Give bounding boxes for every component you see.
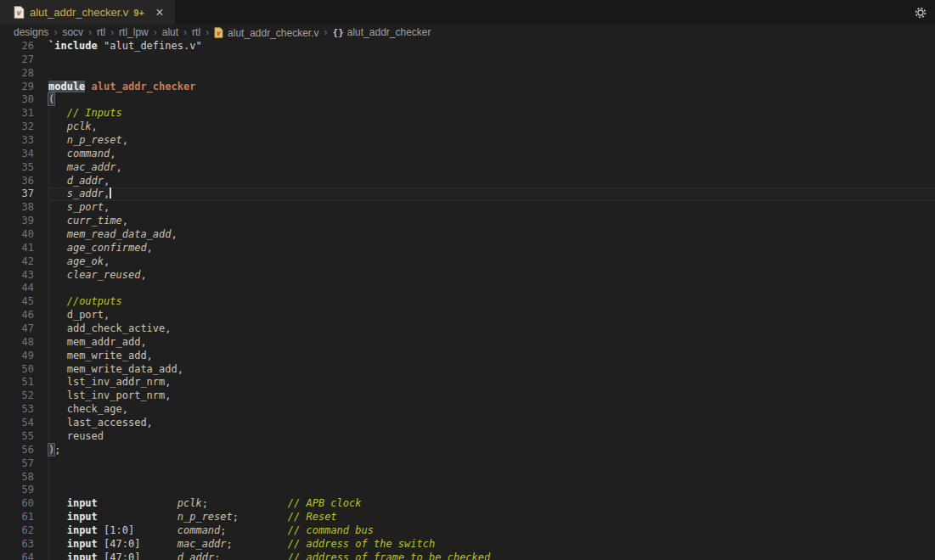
code-line[interactable]: 59 — [0, 484, 935, 497]
line-number[interactable]: 51 — [0, 376, 34, 389]
line-number[interactable]: 41 — [0, 242, 34, 255]
line-number[interactable]: 42 — [0, 255, 34, 269]
line-number[interactable]: 60 — [0, 497, 34, 511]
code-line[interactable]: 34 command, — [0, 148, 935, 161]
code-line[interactable]: 42 age_ok, — [0, 255, 935, 269]
code-line[interactable]: 40 mem_read_data_add, — [0, 228, 935, 242]
breadcrumb-symbol[interactable]: alut_addr_checker — [347, 26, 431, 38]
line-number[interactable]: 29 — [0, 81, 34, 94]
line-number[interactable]: 34 — [0, 148, 34, 161]
code-line[interactable]: 54 last_accessed, — [0, 417, 935, 430]
code-line[interactable]: 32 pclk, — [0, 120, 935, 134]
line-number[interactable]: 40 — [0, 228, 34, 242]
code-line[interactable]: 37 s_addr, — [0, 188, 935, 201]
tab-close-icon[interactable]: × — [153, 6, 166, 20]
line-number[interactable]: 48 — [0, 336, 34, 350]
line-number[interactable]: 27 — [0, 53, 34, 67]
line-number[interactable]: 62 — [0, 524, 34, 538]
breadcrumb-item-socv[interactable]: socv — [62, 26, 83, 38]
token-pn — [208, 497, 288, 509]
code-line[interactable]: 48 mem_addr_add, — [0, 336, 935, 350]
breadcrumb-item-rtl[interactable]: rtl — [97, 26, 105, 38]
code-line[interactable]: 29module alut_addr_checker — [0, 81, 935, 94]
line-number[interactable]: 37 — [0, 188, 34, 201]
line-number[interactable]: 33 — [0, 134, 34, 148]
tab-alut-addr-checker[interactable]: v alut_addr_checker.v 9+ × — [0, 0, 175, 25]
code-line[interactable]: 47 add_check_active, — [0, 322, 935, 336]
code-line[interactable]: 28 — [0, 67, 935, 81]
line-number[interactable]: 32 — [0, 120, 34, 134]
code-line-text: clear_reused, — [48, 269, 935, 283]
line-number[interactable]: 31 — [0, 107, 34, 120]
code-line[interactable]: 44 — [0, 282, 935, 295]
code-line[interactable]: 62 input [1:0] command; // command bus — [0, 524, 935, 538]
line-number[interactable]: 39 — [0, 215, 34, 228]
code-line[interactable]: 51 lst_inv_addr_nrm, — [0, 376, 935, 389]
breadcrumb-item-rtl[interactable]: rtl — [192, 26, 200, 38]
line-number[interactable]: 53 — [0, 403, 34, 417]
line-number[interactable]: 64 — [0, 552, 34, 560]
line-number[interactable]: 45 — [0, 295, 34, 309]
breadcrumb-item-rtl_lpw[interactable]: rtl_lpw — [119, 26, 149, 38]
line-number[interactable]: 54 — [0, 417, 34, 430]
code-line[interactable]: 63 input [47:0] mac_addr; // address of … — [0, 538, 935, 552]
token-pn: , — [115, 161, 121, 173]
line-number[interactable]: 61 — [0, 511, 34, 524]
code-line[interactable]: 30( — [0, 93, 935, 107]
code-line[interactable]: 55 reused — [0, 430, 935, 444]
line-number[interactable]: 58 — [0, 471, 34, 484]
code-line[interactable]: 27 — [0, 53, 935, 67]
code-line[interactable]: 43 clear_reused, — [0, 269, 935, 283]
settings-gear-icon[interactable] — [913, 5, 927, 20]
code-line[interactable]: 60 input pclk; // APB clock — [0, 497, 935, 511]
code-line[interactable]: 50 mem_write_data_add, — [0, 363, 935, 377]
line-number[interactable]: 63 — [0, 538, 34, 552]
code-line[interactable]: 53 check_age, — [0, 403, 935, 417]
line-number[interactable]: 57 — [0, 457, 34, 471]
code-line[interactable]: 26`include "alut_defines.v" — [0, 40, 935, 53]
code-line[interactable]: 45 //outputs — [0, 295, 935, 309]
line-number[interactable]: 44 — [0, 282, 34, 295]
breadcrumb-chevron-icon: › — [88, 26, 92, 38]
line-number[interactable]: 55 — [0, 430, 34, 444]
code-line[interactable]: 36 d_addr, — [0, 175, 935, 188]
code-line[interactable]: 41 age_confirmed, — [0, 242, 935, 255]
breadcrumb-file[interactable]: v alut_addr_checker.v — [214, 25, 318, 39]
code-line[interactable]: 33 n_p_reset, — [0, 134, 935, 148]
token-pu: mem_write_data_add — [67, 363, 177, 375]
line-number[interactable]: 28 — [0, 67, 34, 81]
code-editor[interactable]: 26`include "alut_defines.v"272829module … — [0, 40, 935, 560]
code-line[interactable]: 35 mac_addr, — [0, 161, 935, 175]
line-number[interactable]: 56 — [0, 444, 34, 457]
code-line[interactable]: 61 input n_p_reset; // Reset — [0, 511, 935, 524]
line-number[interactable]: 46 — [0, 309, 34, 322]
code-line[interactable]: 58 — [0, 471, 935, 484]
line-number[interactable]: 30 — [0, 93, 34, 107]
code-line[interactable]: 56); — [0, 444, 935, 457]
code-line[interactable]: 64 input [47:0] d_addr; // address of fr… — [0, 552, 935, 560]
code-line[interactable]: 57 — [0, 457, 935, 471]
line-number[interactable]: 59 — [0, 484, 34, 497]
token-pi: s_addr — [67, 188, 104, 199]
line-number[interactable]: 36 — [0, 175, 34, 188]
line-number[interactable]: 49 — [0, 350, 34, 363]
token-pn — [48, 389, 67, 401]
code-line[interactable]: 52 lst_inv_port_nrm, — [0, 389, 935, 403]
line-number[interactable]: 43 — [0, 269, 34, 283]
code-line[interactable]: 49 mem_write_add, — [0, 350, 935, 363]
token-pn: , — [110, 148, 115, 160]
code-line-text — [48, 282, 935, 295]
token-pn — [48, 242, 67, 254]
line-number[interactable]: 47 — [0, 322, 34, 336]
code-line[interactable]: 46 d_port, — [0, 309, 935, 322]
line-number[interactable]: 50 — [0, 363, 34, 377]
line-number[interactable]: 35 — [0, 161, 34, 175]
code-line[interactable]: 38 s_port, — [0, 201, 935, 215]
breadcrumb-item-alut[interactable]: alut — [162, 26, 178, 38]
code-line[interactable]: 31 // Inputs — [0, 107, 935, 120]
line-number[interactable]: 52 — [0, 389, 34, 403]
breadcrumb-item-designs[interactable]: designs — [14, 26, 48, 38]
line-number[interactable]: 26 — [0, 40, 34, 53]
code-line[interactable]: 39 curr_time, — [0, 215, 935, 228]
line-number[interactable]: 38 — [0, 201, 34, 215]
